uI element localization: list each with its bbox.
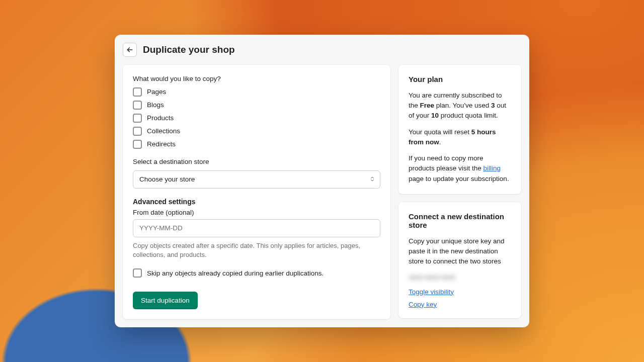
connect-desc: Copy your unique store key and paste it … [409, 236, 511, 267]
main-form-card: What would you like to copy? Pages Blogs… [123, 65, 390, 319]
plan-title: Your plan [409, 75, 511, 83]
checkbox-skip[interactable] [133, 268, 142, 278]
checkbox-products[interactable] [133, 114, 142, 123]
page-title: Duplicate your shop [143, 44, 235, 55]
copy-question-label: What would you like to copy? [133, 75, 380, 82]
destination-select-wrap: Choose your store [133, 170, 380, 189]
toggle-visibility-link[interactable]: Toggle visibility [409, 288, 511, 296]
connect-actions: Toggle visibility Copy key [409, 288, 511, 308]
option-pages[interactable]: Pages [133, 87, 380, 97]
checkbox-collections[interactable] [133, 127, 142, 136]
destination-select[interactable]: Choose your store [133, 170, 380, 189]
destination-label: Select a destination store [133, 158, 380, 165]
checkbox-label: Collections [147, 127, 180, 135]
from-date-help: Copy objects created after a specific da… [133, 241, 380, 259]
checkbox-label: Blogs [147, 101, 164, 109]
from-date-label: From date (optional) [133, 209, 380, 216]
from-date-input[interactable] [133, 219, 380, 237]
option-blogs[interactable]: Blogs [133, 101, 380, 110]
checkbox-label: Products [147, 114, 174, 122]
checkbox-label: Skip any objects already copied during e… [147, 269, 324, 277]
back-button[interactable] [123, 43, 137, 57]
store-key-masked: xxxx-xxxx-xxxx [409, 273, 511, 281]
plan-reset: Your quota will reset 5 hours from now. [409, 127, 511, 148]
sidebar: Your plan You are currently subscribed t… [398, 65, 521, 319]
modal-header: Duplicate your shop [123, 43, 521, 65]
plan-card: Your plan You are currently subscribed t… [398, 65, 521, 194]
arrow-left-icon [126, 46, 134, 54]
option-collections[interactable]: Collections [133, 127, 380, 136]
checkbox-redirects[interactable] [133, 140, 142, 149]
modal-content: What would you like to copy? Pages Blogs… [123, 65, 521, 319]
duplicate-shop-modal: Duplicate your shop What would you like … [115, 35, 529, 327]
connect-title: Connect a new destination store [409, 212, 511, 229]
checkbox-pages[interactable] [133, 87, 142, 97]
connect-store-card: Connect a new destination store Copy you… [398, 202, 521, 318]
option-skip-duplicates[interactable]: Skip any objects already copied during e… [133, 268, 380, 278]
option-redirects[interactable]: Redirects [133, 140, 380, 149]
plan-upgrade-note: If you need to copy more products please… [409, 153, 511, 184]
advanced-settings-heading: Advanced settings [133, 198, 380, 206]
copy-key-link[interactable]: Copy key [409, 301, 511, 308]
option-products[interactable]: Products [133, 114, 380, 123]
start-duplication-button[interactable]: Start duplication [133, 292, 198, 309]
billing-link[interactable]: billing [484, 164, 501, 172]
plan-summary: You are currently subscribed to the Free… [409, 90, 511, 121]
checkbox-label: Redirects [147, 140, 176, 148]
checkbox-blogs[interactable] [133, 101, 142, 110]
checkbox-label: Pages [147, 88, 166, 96]
